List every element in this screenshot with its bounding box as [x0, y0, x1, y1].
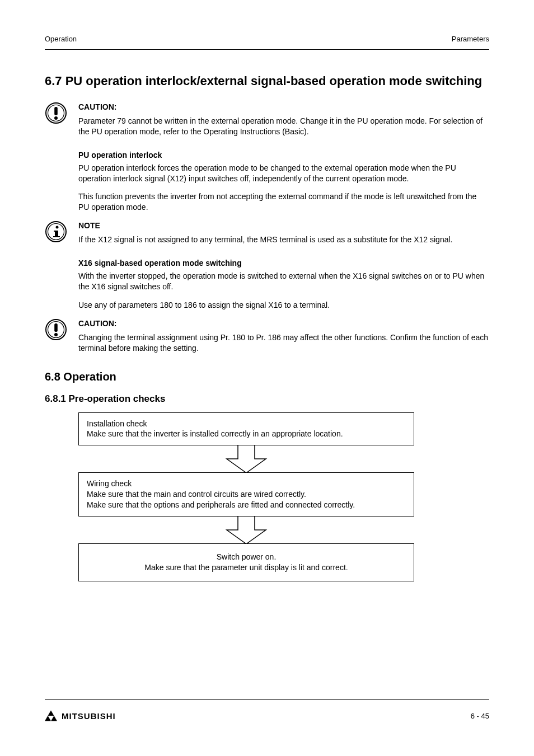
caution2-body: Changing the terminal assignment using P…: [78, 332, 489, 354]
pu-interlock-heading: PU operation interlock: [78, 151, 489, 159]
svg-point-3: [54, 116, 58, 120]
page-footer: MITSUBISHI 6 - 45: [45, 710, 489, 721]
section2-title: 6.8 Operation: [45, 370, 489, 383]
page-header: Operation Parameters: [45, 35, 489, 43]
pu-interlock-block: PU operation interlock PU operation inte…: [78, 151, 489, 213]
caution-block-2: CAUTION: Changing the terminal assignmen…: [45, 318, 489, 354]
caution-block-1: CAUTION: Parameter 79 cannot be written …: [45, 102, 489, 137]
ext-switch-heading: X16 signal-based operation mode switchin…: [78, 259, 489, 267]
note-body: If the X12 signal is not assigned to any…: [78, 234, 489, 245]
note-text: NOTE If the X12 signal is not assigned t…: [78, 220, 489, 245]
flow-step-1-text: Installation check Make sure that the in…: [87, 419, 343, 439]
pu-interlock-p2: This function prevents the inverter from…: [78, 191, 489, 213]
section2-sub: 6.8.1 Pre-operation checks: [45, 393, 489, 405]
flow-step-3-text: Switch power on. Make sure that the para…: [144, 552, 348, 572]
svg-point-10: [54, 333, 58, 336]
svg-rect-2: [54, 107, 58, 115]
caution-icon: [45, 102, 68, 126]
svg-marker-12: [45, 716, 51, 721]
caution-icon-2: [45, 318, 68, 343]
caution2-label: CAUTION:: [78, 318, 489, 329]
caution-text-1: CAUTION: Parameter 79 cannot be written …: [78, 102, 489, 137]
caution-body: Parameter 79 cannot be written in the ex…: [78, 116, 489, 137]
brand: MITSUBISHI: [45, 710, 116, 721]
page-number: 6 - 45: [471, 712, 489, 720]
footer-rule: [45, 699, 489, 700]
svg-marker-11: [48, 710, 54, 716]
note-block: NOTE If the X12 signal is not assigned t…: [45, 220, 489, 245]
section-title: 6.7 PU operation interlock/external sign…: [45, 74, 489, 88]
flow-step-2: Wiring check Make sure that the main and…: [78, 472, 414, 516]
header-rule: [45, 49, 489, 50]
flow-arrow-1: [78, 445, 414, 473]
ext-switch-p1: With the inverter stopped, the operation…: [78, 271, 489, 292]
flowchart: Installation check Make sure that the in…: [78, 412, 414, 581]
brand-name: MITSUBISHI: [62, 711, 116, 721]
svg-rect-9: [54, 323, 58, 332]
ext-switch-block: X16 signal-based operation mode switchin…: [78, 259, 489, 311]
ext-switch-p2: Use any of parameters 180 to 186 to assi…: [78, 300, 489, 311]
pu-interlock-p1: PU operation interlock forces the operat…: [78, 163, 489, 184]
note-label: NOTE: [78, 220, 489, 231]
caution-label: CAUTION:: [78, 102, 489, 112]
flow-step-1: Installation check Make sure that the in…: [78, 412, 414, 446]
svg-marker-13: [51, 716, 57, 721]
flow-step-3: Switch power on. Make sure that the para…: [78, 543, 414, 581]
page: Operation Parameters 6.7 PU operation in…: [0, 0, 534, 756]
caution-text-2: CAUTION: Changing the terminal assignmen…: [78, 318, 489, 354]
flow-arrow-2: [78, 516, 414, 544]
content: 6.7 PU operation interlock/external sign…: [45, 74, 489, 581]
flow-step-2-text: Wiring check Make sure that the main and…: [87, 479, 355, 509]
note-icon: [45, 220, 68, 245]
brand-logo-icon: [45, 710, 57, 721]
header-right: Parameters: [452, 35, 489, 43]
svg-point-6: [56, 226, 59, 229]
header-left: Operation: [45, 35, 77, 43]
